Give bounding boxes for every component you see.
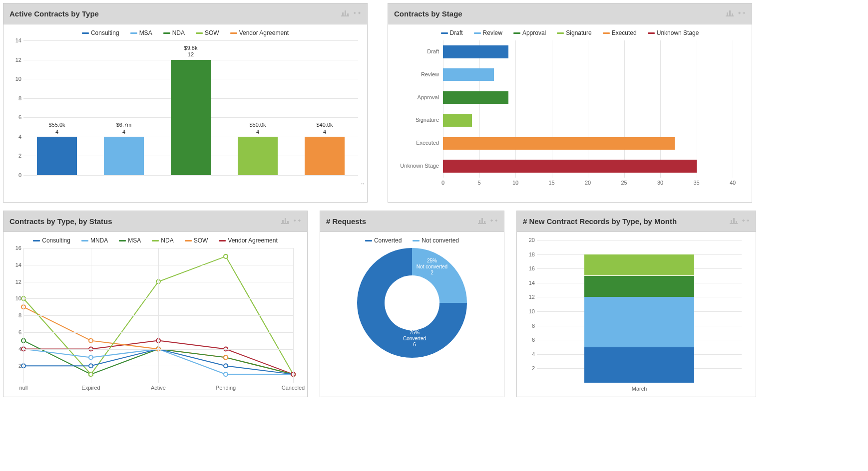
bar[interactable] bbox=[305, 137, 345, 175]
y-tick-label: 12 bbox=[8, 57, 21, 63]
legend-label: Converted bbox=[374, 237, 402, 244]
panel-body: ConsultingMNDAMSANDASOWVendor Agreement … bbox=[3, 232, 307, 395]
y-tick-label: 12 bbox=[522, 294, 535, 300]
legend-item[interactable]: Review bbox=[474, 29, 502, 36]
bar[interactable] bbox=[443, 91, 508, 104]
svg-rect-15 bbox=[484, 221, 485, 223]
pct: 75 bbox=[410, 330, 415, 335]
resize-handle-icon[interactable]: ↔ bbox=[360, 181, 365, 186]
expand-icon[interactable] bbox=[742, 217, 750, 226]
y-category-label: Unknown Stage bbox=[393, 163, 439, 169]
panel-contracts-by-type-status: Contracts by Type, by Status ConsultingM… bbox=[3, 211, 308, 397]
legend-item[interactable]: Consulting bbox=[82, 29, 119, 36]
bar-segment[interactable] bbox=[584, 254, 694, 276]
panel-active-contracts-by-type: Active Contracts by Type ConsultingMSAND… bbox=[3, 3, 368, 203]
legend-item[interactable]: Unknown Stage bbox=[648, 29, 699, 36]
x-tick-label: 5 bbox=[474, 180, 484, 186]
svg-rect-6 bbox=[729, 10, 731, 15]
y-tick-label: 14 bbox=[8, 37, 21, 43]
bar[interactable] bbox=[171, 60, 211, 175]
legend-label: MSA bbox=[128, 237, 141, 244]
bar[interactable] bbox=[37, 137, 77, 175]
chart-icon[interactable] bbox=[478, 217, 486, 226]
x-tick-label: 25 bbox=[619, 180, 629, 186]
legend-label: Signature bbox=[566, 29, 591, 36]
svg-rect-3 bbox=[347, 13, 349, 15]
y-tick-label: 4 bbox=[522, 351, 535, 357]
panel-header: Contracts by Stage bbox=[388, 3, 752, 24]
svg-rect-2 bbox=[345, 10, 346, 15]
legend-item[interactable]: NDA bbox=[163, 29, 185, 36]
y-tick-label: 6 bbox=[8, 114, 21, 120]
legend-item[interactable]: MSA bbox=[119, 237, 141, 244]
name: Not converted bbox=[417, 264, 447, 269]
svg-rect-0 bbox=[341, 15, 349, 16]
legend-swatch bbox=[130, 32, 137, 34]
bar-segment[interactable] bbox=[584, 347, 694, 383]
y-tick-label: 10 bbox=[522, 308, 535, 314]
bar[interactable] bbox=[443, 114, 472, 127]
legend-item[interactable]: Not converted bbox=[413, 237, 459, 244]
legend-item[interactable]: SOW bbox=[196, 29, 219, 36]
x-tick-label: 15 bbox=[547, 180, 557, 186]
donut-chart: 25% Not converted 2 75% Converted 6 bbox=[357, 248, 467, 358]
legend-item[interactable]: Converted bbox=[365, 237, 402, 244]
bar-segment[interactable] bbox=[584, 276, 694, 297]
panel-new-contracts-by-month: # New Contract Records by Type, by Month… bbox=[516, 211, 756, 397]
bar[interactable] bbox=[443, 45, 508, 58]
bar[interactable] bbox=[104, 137, 144, 175]
chart-icon[interactable] bbox=[726, 9, 734, 18]
chart-icon[interactable] bbox=[281, 217, 289, 226]
expand-icon[interactable] bbox=[353, 9, 361, 18]
legend-swatch bbox=[82, 32, 89, 34]
x-category-label: Pending bbox=[211, 385, 241, 391]
panel-body: DraftReviewApprovalSignatureExecutedUnkn… bbox=[388, 24, 752, 192]
legend-item[interactable]: Executed bbox=[603, 29, 637, 36]
expand-icon[interactable] bbox=[293, 217, 301, 226]
bar-segment[interactable] bbox=[584, 297, 694, 347]
legend-item[interactable]: Vendor Agreement bbox=[230, 29, 289, 36]
legend-label: Executed bbox=[612, 29, 637, 36]
legend-item[interactable]: Approval bbox=[513, 29, 546, 36]
legend-label: Not converted bbox=[422, 237, 459, 244]
legend-label: MSA bbox=[139, 29, 152, 36]
legend-item[interactable]: MNDA bbox=[81, 237, 108, 244]
legend-label: Draft bbox=[450, 29, 463, 36]
expand-icon[interactable] bbox=[490, 217, 498, 226]
y-tick-label: 6 bbox=[522, 337, 535, 343]
chart-icon[interactable] bbox=[341, 9, 349, 18]
legend-item[interactable]: NDA bbox=[152, 237, 173, 244]
legend-item[interactable]: SOW bbox=[185, 237, 208, 244]
panel-contracts-by-stage: Contracts by Stage DraftReviewApprovalSi… bbox=[388, 3, 752, 203]
legend-item[interactable]: MSA bbox=[130, 29, 152, 36]
chart-legend: ConsultingMNDAMSANDASOWVendor Agreement bbox=[8, 237, 302, 244]
bar[interactable] bbox=[443, 68, 494, 81]
legend-swatch bbox=[441, 32, 448, 34]
expand-icon[interactable] bbox=[738, 9, 746, 18]
legend-swatch bbox=[474, 32, 481, 34]
legend-swatch bbox=[557, 32, 564, 34]
panel-header: # Requests bbox=[320, 211, 504, 232]
chart-icon[interactable] bbox=[730, 217, 738, 226]
y-tick-label: 18 bbox=[522, 251, 535, 257]
bar[interactable] bbox=[443, 137, 675, 150]
svg-rect-4 bbox=[726, 15, 734, 16]
count: 2 bbox=[431, 270, 434, 275]
legend-item[interactable]: Draft bbox=[441, 29, 463, 36]
bar[interactable] bbox=[443, 160, 697, 172]
y-tick-label: 2 bbox=[522, 365, 535, 371]
bar[interactable] bbox=[238, 137, 278, 175]
legend-swatch bbox=[152, 240, 159, 241]
legend-item[interactable]: Signature bbox=[557, 29, 591, 36]
legend-label: Vendor Agreement bbox=[239, 29, 289, 36]
panel-title: Contracts by Type, by Status bbox=[9, 217, 112, 226]
x-category-label: Canceled bbox=[278, 385, 308, 391]
name: Converted bbox=[403, 336, 426, 341]
legend-swatch bbox=[119, 240, 126, 241]
svg-rect-5 bbox=[727, 12, 728, 15]
legend-item[interactable]: Consulting bbox=[33, 237, 70, 244]
legend-label: Vendor Agreement bbox=[228, 237, 277, 244]
svg-rect-14 bbox=[481, 218, 483, 223]
legend-item[interactable]: Vendor Agreement bbox=[219, 237, 277, 244]
legend-swatch bbox=[230, 32, 237, 34]
